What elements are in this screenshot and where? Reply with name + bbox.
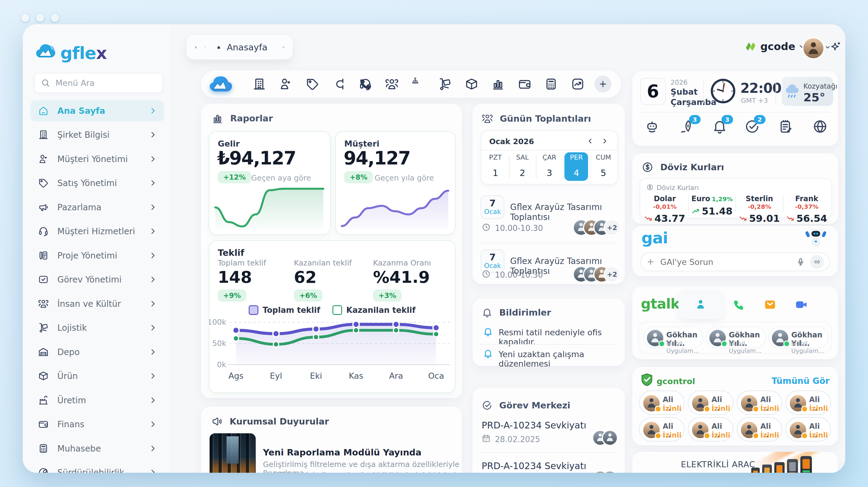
sidebar-item-proje-yonetimi[interactable]: Proje Yönetimi: [31, 245, 164, 266]
sparkle-icon[interactable]: [829, 40, 842, 53]
sidebar-item-musteri-yonetimi[interactable]: Müşteri Yönetimi: [31, 148, 164, 170]
attendee-more[interactable]: +2: [603, 219, 621, 236]
sidebar-item-muhasebe[interactable]: Muhasebe: [31, 438, 164, 459]
sidebar-item-lojistik[interactable]: Lojistik: [31, 317, 164, 338]
person-chip[interactable]: Ali ...İzinli: [688, 391, 733, 415]
calculator-app-icon[interactable]: [544, 77, 558, 91]
approvals-icon[interactable]: 2: [744, 119, 761, 135]
tag-app-icon[interactable]: [305, 77, 319, 91]
add-app-button[interactable]: [594, 75, 612, 93]
sidebar-item-pazarlama[interactable]: Pazarlama: [31, 196, 164, 218]
sidebar-search[interactable]: [34, 73, 163, 93]
video-tab-icon[interactable]: [794, 298, 808, 311]
wallet-app-icon[interactable]: [518, 77, 532, 91]
calendar-day[interactable]: PZT1: [482, 154, 509, 178]
customer-app-icon[interactable]: [279, 77, 293, 91]
calendar-day[interactable]: ÇAR3: [536, 154, 563, 178]
person-chip[interactable]: Ali ...İzinli: [737, 391, 782, 415]
task-date: 28.02.2025: [495, 435, 540, 444]
notification-text[interactable]: Resmi tatil nedeniyle ofis kapalıdır.: [499, 328, 625, 346]
task-title[interactable]: PRD-A-10234 Sevkiyatı: [482, 420, 586, 431]
person-chip[interactable]: Ali ...İzinli: [785, 417, 831, 442]
announcement-thumbnail[interactable]: [210, 433, 256, 473]
people-app-icon[interactable]: [385, 77, 399, 91]
building-app-icon[interactable]: [252, 77, 266, 91]
plus-icon[interactable]: [646, 257, 655, 266]
announcement-heading[interactable]: Yeni Raporlama Modülü Yayında: [263, 447, 422, 458]
calendar-day[interactable]: CUM5: [590, 154, 617, 178]
notifications-header: Bildirimler: [482, 307, 551, 318]
person-chip[interactable]: Ali ...İzinli: [688, 417, 733, 442]
sidebar-item-satis-yonetimi[interactable]: Satış Yönetimi: [31, 172, 164, 193]
mic-icon[interactable]: [796, 257, 805, 266]
sidebar-item-uretim[interactable]: Üretim: [31, 390, 164, 411]
signature-icon[interactable]: 3: [679, 119, 696, 135]
gelir-card[interactable]: Gelir ₺94,127 +12% Geçen aya göre: [209, 131, 331, 235]
date-year: 2026: [671, 79, 687, 86]
chevron-right-icon: [149, 203, 157, 211]
building-icon: [38, 129, 49, 140]
sidebar-item-surdurulebilirlik[interactable]: Sürdürülebilirlik: [31, 462, 164, 473]
person-chip[interactable]: Ali ...İzinli: [785, 391, 831, 415]
gai-input-pill[interactable]: [640, 252, 830, 271]
tab-close-icon[interactable]: [282, 44, 285, 51]
person-chip[interactable]: Ali ...İzinli: [737, 417, 782, 442]
window-minimize-dot[interactable]: [36, 14, 44, 22]
window-close-dot[interactable]: [21, 14, 29, 22]
mail-tab-icon[interactable]: [763, 298, 777, 311]
magnet-app-icon[interactable]: [332, 77, 346, 91]
gcode-switcher[interactable]: gcode: [745, 40, 806, 53]
musteri-card[interactable]: Müşteri 94,127 +8% Geçen yıla göre: [335, 131, 456, 235]
attendee-more[interactable]: +2: [603, 266, 621, 283]
gtalk-tab-contacts[interactable]: [678, 290, 723, 319]
robot-assistant-icon[interactable]: [644, 119, 661, 135]
teklif-card[interactable]: Teklif Toplam teklif 148 +9% Kazanılan t…: [209, 240, 456, 393]
sidebar-item-sirket-bilgisi[interactable]: Şirket Bilgisi: [31, 124, 164, 145]
task-title[interactable]: PRD-A-10234 Sevkiyatı: [482, 461, 586, 471]
sidebar-item-depo[interactable]: Depo: [31, 341, 164, 363]
see-all-link[interactable]: Tümünü Gör: [772, 376, 830, 386]
logistics-app-icon[interactable]: [438, 77, 452, 91]
gai-input[interactable]: [660, 257, 791, 267]
phone-app-icon[interactable]: [359, 77, 372, 91]
currency-rate[interactable]: Dolar -0,01% 43.77: [643, 194, 687, 224]
voice-wave-button[interactable]: [810, 255, 824, 269]
notepad-icon[interactable]: [778, 119, 795, 135]
hierarchy-app-icon[interactable]: [411, 77, 426, 91]
box-app-icon[interactable]: [465, 77, 478, 91]
notifications-icon[interactable]: 3: [712, 119, 729, 135]
user-avatar[interactable]: [802, 37, 825, 59]
contact-chip[interactable]: Gökhan Yıl... Mobil Uygulam...: [706, 327, 766, 348]
sidebar-item-insan-ve-kultur[interactable]: İnsan ve Kültür: [31, 293, 164, 314]
meeting-title[interactable]: Gflex Arayüz Tasarımı Toplantısı: [510, 202, 625, 222]
sidebar-item-ana-sayfa[interactable]: Ana Sayfa: [31, 100, 164, 121]
sidebar-item-gorev-yonetimi[interactable]: Görev Yönetimi: [31, 269, 164, 290]
contact-chip[interactable]: Gökhan Yıl... Mobil Uygulam...: [768, 327, 828, 348]
gflex-app-icon[interactable]: [209, 74, 235, 93]
call-tab-icon[interactable]: [733, 299, 745, 311]
nav-forward-icon[interactable]: [204, 43, 207, 51]
sidebar-item-finans[interactable]: Finans: [31, 414, 164, 435]
contact-chip[interactable]: Gökhan Yıl... Mobil Uygulam...: [643, 327, 703, 348]
person-chip[interactable]: Ali ...İzinli: [639, 391, 684, 415]
ev-banner-card[interactable]: ELEKTRİKLİ ARAÇ ŞARJ TEKNOLOJİLERİ: [632, 452, 838, 473]
calendar-day-selected[interactable]: PER4: [563, 154, 590, 178]
currency-rate[interactable]: Euro 1,29% 51.48: [690, 194, 734, 217]
trend-app-icon[interactable]: [571, 77, 585, 91]
page-tab[interactable]: Anasayfa: [187, 35, 293, 59]
app-window: gflex Ana Sayfa Şirket Bilgisi Müşteri Y…: [23, 24, 845, 473]
currency-rate[interactable]: Frank -0,37% 56.54: [784, 194, 829, 224]
globe-icon[interactable]: [812, 119, 829, 135]
nav-back-icon[interactable]: [194, 43, 197, 51]
calendar-next-icon[interactable]: [601, 138, 608, 145]
notification-text[interactable]: Yeni uzaktan çalışma düzenlemesi: [499, 349, 625, 368]
person-chip[interactable]: Ali ...İzinli: [639, 417, 684, 442]
sidebar-item-urun[interactable]: Ürün: [31, 365, 164, 387]
calendar-day[interactable]: SAL2: [509, 154, 536, 178]
window-zoom-dot[interactable]: [51, 14, 59, 22]
currency-rate[interactable]: Sterlin -0,28% 59.01: [737, 194, 781, 224]
calendar-prev-icon[interactable]: [587, 138, 593, 145]
sidebar-item-musteri-hizmetleri[interactable]: Müşteri Hizmetleri: [31, 221, 164, 242]
search-input[interactable]: [55, 78, 147, 88]
chart-app-icon[interactable]: [491, 77, 505, 91]
